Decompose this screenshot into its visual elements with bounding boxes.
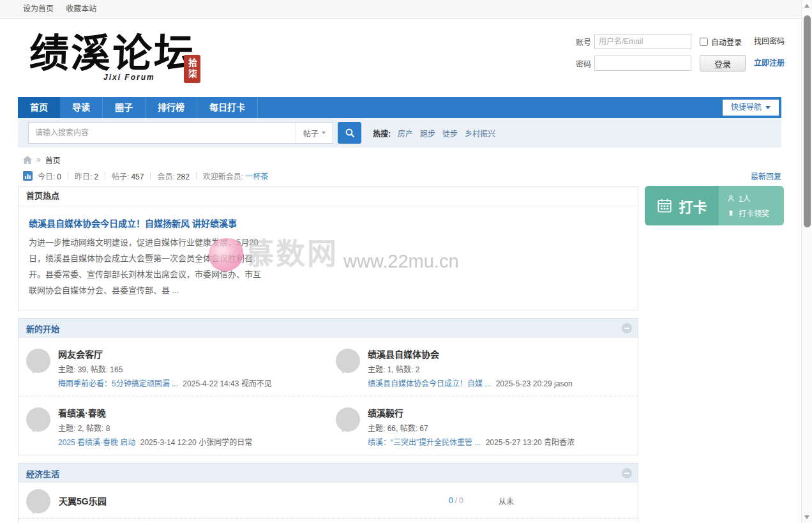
forum-name-link[interactable]: 绩溪县自媒体协会 (368, 347, 439, 360)
latest-reply-link[interactable]: 最新回复 (751, 171, 781, 181)
login-form: 账号 密码 自动登录 登录 找回密码 立即注册 (576, 33, 785, 72)
stat-today: 今日:0 (38, 171, 61, 181)
section-title: 新的开始 (26, 322, 59, 335)
register-link[interactable]: 立即注册 (754, 55, 785, 72)
forum-info: 绩溪毅行 主题: 66, 帖数: 67 绩溪：“三突出”提升全民体重管 ... … (368, 406, 575, 447)
forum-cell-spring-gala: 看绩溪·春晚 主题: 2, 帖数: 8 2025 看绩溪·春晚 启动 2025-… (19, 396, 328, 455)
checkin-reward-line[interactable]: 打卡领奖 (727, 208, 784, 218)
forum-name-link[interactable]: 绩溪毅行 (368, 406, 403, 419)
hotspot-article-title[interactable]: 绩溪县自媒体协会今日成立！自媒扬新风 讲好绩溪事 (29, 216, 237, 229)
checkin-button[interactable]: 打卡 (645, 186, 719, 225)
bookmark-link[interactable]: 收藏本站 (66, 4, 96, 13)
auto-login-checkbox[interactable] (700, 38, 708, 46)
nav-item-circles[interactable]: 圈子 (103, 97, 146, 118)
home-icon[interactable] (23, 156, 32, 164)
search-type-select[interactable]: 帖子 (296, 123, 333, 143)
lastpost-link[interactable]: 绩溪县自媒体协会今日成立！自媒 ... (368, 379, 491, 388)
collapse-button[interactable] (622, 323, 632, 333)
forum-bubble-icon[interactable] (26, 407, 50, 432)
search-input[interactable] (29, 123, 296, 143)
forum-lastpost: 绩溪县自媒体协会今日成立！自媒 ... 2025-5-23 20:29 jaso… (368, 377, 573, 388)
forum-name-link[interactable]: 天翼5G乐园 (59, 494, 107, 507)
new-member-link[interactable]: 一杯茶 (245, 172, 268, 181)
nav-item-daily-checkin[interactable]: 每日打卡 (197, 97, 258, 118)
search-icon (345, 128, 355, 138)
hot-link-realestate[interactable]: 房产 (398, 128, 413, 139)
search-box: 帖子 (28, 122, 333, 144)
set-home-link[interactable]: 设为首页 (23, 4, 54, 13)
hot-link-running[interactable]: 跑步 (420, 128, 435, 139)
top-utility-bar: 设为首页 收藏本站 (0, 0, 801, 19)
divider (105, 172, 105, 179)
forum-lastpost: 梅雨季前必看：5分钟搞定顽固漏 ... 2025-4-22 14:43 视而不见 (58, 377, 272, 388)
forum-name-link[interactable]: 网友会客厅 (58, 347, 103, 360)
forum-bubble-icon[interactable] (26, 489, 50, 513)
right-column: 打卡 1人 打卡领奖 (645, 186, 784, 225)
search-button[interactable] (338, 122, 361, 144)
collapse-button[interactable] (622, 468, 632, 478)
login-links-column: 找回密码 立即注册 (754, 33, 785, 72)
stat-members: 会员:282 (157, 171, 189, 181)
vertical-scrollbar (801, 0, 812, 523)
quick-nav-button[interactable]: 快捷导航 (723, 100, 779, 116)
auto-login-label: 自动登录 (711, 36, 742, 47)
hotspot-article-body: 为进一步推动网络文明建设，促进自媒体行业健康发展，5月20日，绩溪县自媒体协会成… (29, 234, 269, 298)
checkin-label: 打卡 (679, 195, 707, 216)
hot-link-hiking[interactable]: 徒步 (442, 128, 458, 139)
scrollbar-thumb[interactable] (804, 15, 811, 227)
section-title: 经济生活 (26, 467, 59, 480)
password-input[interactable] (594, 56, 691, 71)
stats-chart-icon (23, 171, 33, 181)
site-header: 绩溪论坛 Jixi Forum 拾柒 账号 密码 自动登录 登录 找回密码 立即… (0, 19, 801, 97)
logo-seal: 拾柒 (184, 55, 200, 83)
find-password-link[interactable]: 找回密码 (754, 33, 785, 50)
account-label: 账号 (576, 36, 591, 47)
hotspot-body: 绩溪县自媒体协会今日成立！自媒扬新风 讲好绩溪事 为进一步推动网络文明建设，促进… (19, 206, 638, 310)
forum-info: 看绩溪·春晚 主题: 2, 帖数: 8 2025 看绩溪·春晚 启动 2025-… (58, 406, 252, 447)
login-button[interactable]: 登录 (700, 55, 746, 72)
auto-login-row: 自动登录 (700, 33, 746, 50)
forum-counts: 0/0 (449, 496, 492, 505)
forum-bubble-icon[interactable] (26, 349, 50, 373)
lastpost-link[interactable]: 梅雨季前必看：5分钟搞定顽固漏 ... (58, 379, 178, 388)
login-actions-column: 自动登录 登录 (700, 33, 746, 72)
nav-item-ranking[interactable]: 排行榜 (146, 97, 197, 118)
forum-lastpost: 从未 (499, 496, 630, 506)
lastpost-link[interactable]: 绩溪：“三突出”提升全民体重管 ... (368, 438, 481, 447)
account-input[interactable] (594, 34, 691, 49)
forum-name-link[interactable]: 看绩溪·春晚 (58, 406, 106, 419)
checkin-reward: 打卡领奖 (739, 208, 769, 218)
forum-lastpost: 2025 看绩溪·春晚 启动 2025-3-14 12:20 小张同学的日常 (58, 436, 252, 447)
section-new-start-header: 新的开始 (19, 319, 638, 338)
left-column: 首页热点 绩溪县自媒体协会今日成立！自媒扬新风 讲好绩溪事 为进一步推动网络文明… (18, 186, 638, 523)
scroll-down-arrow[interactable] (804, 515, 809, 519)
scroll-up-arrow[interactable] (804, 4, 809, 8)
account-row: 账号 (576, 33, 691, 50)
section-economy: 经济生活 天翼5G乐园 0/0 从未 交通安全 4/6 关于依法处理被扣留车辆的… (18, 463, 638, 523)
checkin-count-line[interactable]: 1人 (727, 193, 784, 204)
forum-bubble-icon[interactable] (336, 349, 360, 373)
search-type-value: 帖子 (303, 128, 319, 139)
section-new-start: 新的开始 网友会客厅 主题: 39, 帖数: 165 梅雨季前必看：5分钟搞定顽… (18, 318, 638, 455)
quick-nav-label: 快捷导航 (731, 100, 762, 116)
forum-grid: 网友会客厅 主题: 39, 帖数: 165 梅雨季前必看：5分钟搞定顽固漏 ..… (19, 338, 638, 455)
checkin-card: 打卡 1人 打卡领奖 (645, 186, 784, 225)
section-economy-header: 经济生活 (19, 464, 638, 483)
breadcrumb-home[interactable]: 首页 (45, 155, 61, 165)
forum-cell-media-association: 绩溪县自媒体协会 主题: 1, 帖数: 2 绩溪县自媒体协会今日成立！自媒 ..… (328, 338, 638, 396)
hot-link-rural[interactable]: 乡村振兴 (465, 128, 495, 139)
forum-stats: 主题: 66, 帖数: 67 (368, 422, 575, 433)
lastpost-meta: 2025-5-27 13:20 青阳香浓 (486, 438, 575, 447)
forum-cell-guest-lounge: 网友会客厅 主题: 39, 帖数: 165 梅雨季前必看：5分钟搞定顽固漏 ..… (19, 338, 328, 396)
stat-posts: 帖子:457 (112, 171, 144, 181)
lastpost-link[interactable]: 2025 看绩溪·春晚 启动 (58, 438, 135, 447)
lastpost-meta: 2025-5-23 20:29 jason (496, 379, 573, 388)
nav-item-digest[interactable]: 导读 (60, 97, 103, 118)
password-row: 密码 (576, 55, 691, 72)
divider (196, 172, 197, 179)
hot-search: 热搜: 房产 跑步 徒步 乡村振兴 (373, 128, 495, 139)
nav-item-home[interactable]: 首页 (18, 97, 60, 118)
forum-stats: 主题: 2, 帖数: 8 (58, 422, 252, 433)
password-label: 密码 (576, 58, 591, 69)
forum-bubble-icon[interactable] (336, 407, 360, 432)
